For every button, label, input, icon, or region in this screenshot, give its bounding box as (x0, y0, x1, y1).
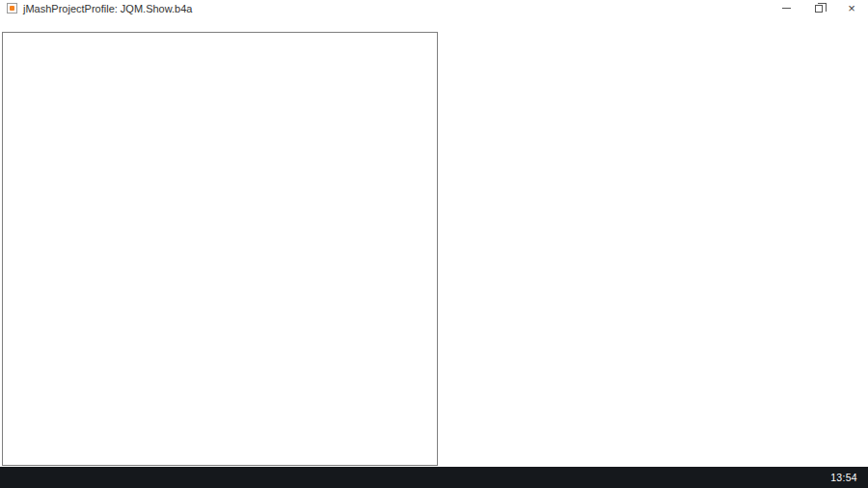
system-tray: 13:54 (825, 467, 868, 488)
close-button[interactable]: × (835, 0, 868, 16)
menu-bar (0, 16, 868, 32)
app-icon[interactable] (7, 3, 17, 14)
taskbar: 13:54 (0, 467, 868, 488)
report-table (440, 38, 840, 41)
title-bar: jMashProjectProfile: JQM.Show.b4a × (0, 0, 868, 16)
taskbar-clock[interactable]: 13:54 (825, 472, 868, 483)
window-title: jMashProjectProfile: JQM.Show.b4a (23, 3, 192, 14)
restore-button[interactable] (802, 0, 835, 16)
window-controls: × (770, 0, 868, 16)
minimize-button[interactable] (770, 0, 802, 16)
project-tree-panel (2, 32, 438, 466)
report-panel (440, 32, 867, 466)
